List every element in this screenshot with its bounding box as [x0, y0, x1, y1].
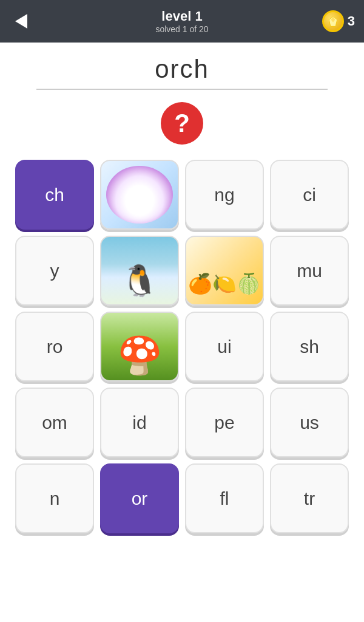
tile-ci[interactable]: ci — [270, 160, 349, 230]
header-center: level 1 solved 1 of 20 — [155, 9, 208, 34]
tile-grid: ch ng ci y mu ro ui sh om id pe us n or … — [6, 160, 358, 533]
tile-penguin-image[interactable] — [100, 236, 179, 306]
question-circle: ? — [161, 102, 203, 145]
tile-fl[interactable]: fl — [185, 463, 264, 533]
tile-n[interactable]: n — [15, 463, 94, 533]
tile-ch[interactable]: ch — [15, 160, 94, 230]
tile-ro[interactable]: ro — [15, 312, 94, 381]
main-content: orch ? ch ng ci y mu ro ui sh om id pe u… — [0, 43, 364, 622]
tile-ui[interactable]: ui — [185, 312, 264, 381]
tile-om[interactable]: om — [15, 388, 94, 457]
tile-orchid-image[interactable] — [100, 160, 179, 230]
header: level 1 solved 1 of 20 3 — [0, 0, 364, 43]
tile-mushroom-image[interactable] — [100, 312, 179, 381]
tile-fruits-image[interactable] — [185, 236, 264, 306]
back-button[interactable] — [9, 9, 33, 33]
tile-tr[interactable]: tr — [270, 463, 349, 533]
word-area: orch — [36, 55, 328, 90]
word-display: orch — [155, 55, 209, 83]
coins-badge: 3 — [322, 10, 355, 32]
tile-or[interactable]: or — [100, 463, 179, 533]
tile-sh[interactable]: sh — [270, 312, 349, 381]
coin-icon — [322, 10, 344, 32]
tile-us[interactable]: us — [270, 388, 349, 457]
back-arrow-icon — [15, 14, 27, 29]
question-mark: ? — [174, 111, 190, 136]
gem-icon — [327, 15, 339, 27]
coin-count: 3 — [348, 13, 355, 29]
tile-y[interactable]: y — [15, 236, 94, 306]
progress-label: solved 1 of 20 — [155, 24, 208, 34]
tile-id[interactable]: id — [100, 388, 179, 457]
tile-ng[interactable]: ng — [185, 160, 264, 230]
tile-pe[interactable]: pe — [185, 388, 264, 457]
level-label: level 1 — [155, 9, 208, 24]
tile-mu[interactable]: mu — [270, 236, 349, 306]
